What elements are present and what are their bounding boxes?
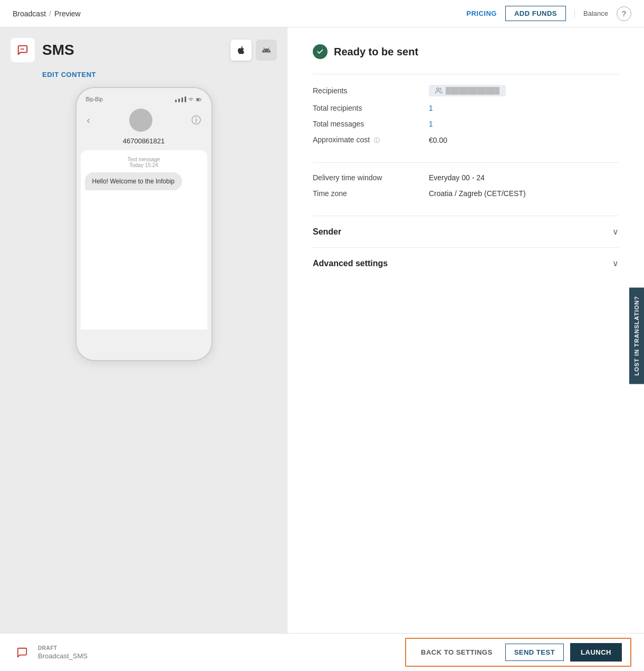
msg-time: Today 15:24	[129, 162, 158, 168]
delivery-section: Delivery time window Everyday 00 - 24 Ti…	[313, 162, 619, 216]
total-recipients-label: Total recipients	[313, 104, 429, 112]
sender-header[interactable]: Sender ∨	[313, 227, 619, 237]
delivery-window-row: Delivery time window Everyday 00 - 24	[313, 173, 619, 182]
right-panel: Ready to be sent Recipients ████████████…	[287, 27, 644, 633]
msg-label: Text message	[128, 157, 160, 162]
draft-section: DRAFT	[13, 643, 143, 662]
edit-content-link[interactable]: EDIT CONTENT	[42, 71, 96, 79]
approx-cost-label: Approximate cost ⓘ	[313, 135, 429, 144]
carrier-label: Bip-Bip	[86, 96, 103, 102]
ready-title: Ready to be sent	[334, 46, 418, 58]
nav-right-actions: PRICING ADD FUNDS Balance ?	[466, 6, 631, 21]
ios-device-button[interactable]	[230, 40, 252, 61]
page-title: SMS	[42, 42, 74, 59]
left-header: SMS	[11, 38, 277, 62]
sms-icon	[17, 44, 28, 56]
breadcrumb-root[interactable]: Broadcast	[13, 9, 46, 18]
phone-chat-header: ‹ ⓘ	[81, 105, 207, 135]
info-section: Recipients ████████████ Total recipients…	[313, 74, 619, 162]
apple-icon	[236, 45, 246, 55]
total-messages-label: Total messages	[313, 120, 429, 128]
timezone-value: Croatia / Zagreb (CET/CEST)	[429, 189, 526, 198]
pricing-link[interactable]: PRICING	[466, 9, 497, 17]
recipients-badge: ████████████	[429, 85, 506, 96]
add-funds-button[interactable]: ADD FUNDS	[505, 6, 566, 21]
bottom-actions: BACK TO SETTINGS SEND TEST LAUNCH	[405, 638, 631, 667]
draft-sms-icon	[16, 647, 28, 658]
delivery-window-value: Everyday 00 - 24	[429, 173, 485, 182]
lost-in-translation-tab[interactable]: LOST IN TRANSLATION?	[629, 287, 644, 384]
approx-cost-row: Approximate cost ⓘ €0.00	[313, 135, 619, 144]
balance-display: Balance	[574, 9, 608, 17]
draft-icon	[13, 643, 32, 662]
sender-section: Sender ∨	[313, 216, 619, 247]
phone-info-icon: ⓘ	[191, 114, 201, 127]
left-panel: SMS EDIT CONTENT Bip-Bip	[0, 27, 287, 633]
svg-point-4	[437, 88, 439, 91]
device-toggle	[230, 40, 277, 61]
bottom-bar: DRAFT BACK TO SETTINGS SEND TEST LAUNCH	[0, 633, 644, 671]
approx-cost-value: €0.00	[429, 136, 447, 144]
send-test-button[interactable]: SEND TEST	[505, 644, 564, 661]
breadcrumb-current: Preview	[54, 9, 81, 18]
checkmark-icon	[316, 48, 324, 55]
delivery-window-label: Delivery time window	[313, 173, 429, 182]
back-to-settings-button[interactable]: BACK TO SETTINGS	[415, 644, 499, 660]
message-time-label: Text message Today 15:24	[85, 157, 203, 168]
phone-status-bar: Bip-Bip	[81, 96, 207, 105]
advanced-settings-title: Advanced settings	[313, 259, 388, 268]
breadcrumb-separator: /	[49, 9, 51, 18]
phone-mockup: Bip-Bip ‹	[75, 87, 213, 361]
top-navigation: Broadcast / Preview PRICING ADD FUNDS Ba…	[0, 0, 644, 27]
total-recipients-row: Total recipients 1	[313, 104, 619, 112]
draft-info: DRAFT	[38, 645, 143, 660]
recipients-row: Recipients ████████████	[313, 85, 619, 96]
total-recipients-value: 1	[429, 104, 433, 112]
phone-avatar	[129, 109, 152, 132]
main-layout: SMS EDIT CONTENT Bip-Bip	[0, 27, 644, 633]
android-icon	[262, 45, 271, 55]
wifi-icon	[188, 97, 194, 102]
message-bubble: Hello! Welcome to the Infobip	[85, 172, 182, 190]
launch-button[interactable]: LAUNCH	[570, 643, 622, 662]
phone-back-icon: ‹	[87, 115, 90, 126]
breadcrumb: Broadcast / Preview	[13, 9, 466, 18]
timezone-row: Time zone Croatia / Zagreb (CET/CEST)	[313, 189, 619, 198]
svg-rect-3	[197, 99, 199, 100]
sender-chevron-icon: ∨	[612, 227, 619, 237]
advanced-settings-chevron-icon: ∨	[612, 258, 619, 268]
advanced-settings-section: Advanced settings ∨	[313, 247, 619, 279]
timezone-label: Time zone	[313, 189, 429, 198]
phone-number: 46700861821	[81, 135, 207, 150]
ready-check-icon	[313, 44, 328, 59]
battery-icon	[196, 97, 202, 102]
draft-label: DRAFT	[38, 645, 143, 651]
ready-header: Ready to be sent	[313, 44, 619, 59]
recipients-icon	[435, 87, 443, 94]
phone-messages: Text message Today 15:24 Hello! Welcome …	[81, 150, 207, 329]
android-device-button[interactable]	[256, 40, 277, 61]
total-messages-value: 1	[429, 120, 433, 128]
advanced-settings-header[interactable]: Advanced settings ∨	[313, 258, 619, 268]
help-button[interactable]: ?	[617, 6, 631, 21]
sender-title: Sender	[313, 227, 341, 237]
total-messages-row: Total messages 1	[313, 120, 619, 128]
recipients-label: Recipients	[313, 86, 429, 95]
sms-icon-box	[11, 38, 35, 62]
cost-info-icon[interactable]: ⓘ	[374, 137, 380, 143]
signal-indicators	[175, 96, 202, 102]
draft-name-input[interactable]	[38, 652, 143, 660]
recipients-blur: ████████████	[446, 87, 499, 94]
